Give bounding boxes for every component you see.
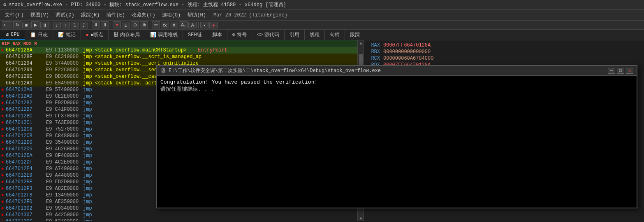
- row-disasm: jmp: [83, 212, 357, 218]
- tb-restart[interactable]: ↻: [13, 21, 21, 28]
- tab-trace-label: 跟踪: [350, 31, 360, 38]
- tb-run-to-cursor[interactable]: ⤴: [80, 22, 88, 28]
- row-bytes: E9 A7490000: [46, 166, 83, 172]
- row-bytes: E9 F1130000: [46, 47, 83, 53]
- tab-cpu[interactable]: 🖥 CPU: [0, 30, 25, 40]
- table-row[interactable]: ● 66470128A E9 F1130000 jmp <stack_overf…: [0, 47, 357, 54]
- reg-rcx-value: 000000060A6784000: [383, 56, 433, 61]
- toolbar-sep-5: [198, 22, 199, 28]
- reg-rbx-label: RBX: [366, 49, 380, 55]
- row-address: 6647012AD: [5, 93, 46, 99]
- row-bytes: E9 A82E0000: [46, 186, 83, 192]
- row-address: 6647012DA: [5, 153, 46, 159]
- row-disasm: jmp <stack_overflow.__scrt_is_managed_ap: [83, 54, 357, 60]
- tb-step-back[interactable]: ⬇: [92, 21, 100, 28]
- menu-file[interactable]: 文件(F): [2, 11, 27, 19]
- titlebar: ⚙ stack_overflow.exe - PID: 34900 - 模块: …: [0, 0, 644, 10]
- tb-edit[interactable]: ✏: [152, 21, 160, 28]
- tab-notes[interactable]: 📝 笔记: [53, 30, 81, 40]
- menu-view[interactable]: 视图(V): [27, 11, 53, 19]
- tab-handle[interactable]: 句柄: [325, 30, 345, 40]
- row-bytes: E9 C8480000: [46, 133, 83, 139]
- row-bytes: E9 7A3E0000: [46, 120, 83, 126]
- tb-hw-bp[interactable]: ⊗: [140, 21, 148, 28]
- tb-sq[interactable]: ▪: [200, 22, 208, 28]
- tb-back[interactable]: ⟵: [2, 21, 12, 28]
- rip-header: RIP RAX RDX R: [2, 41, 37, 46]
- tab-ref[interactable]: 引用: [285, 30, 305, 40]
- tab-script[interactable]: 脚本: [207, 30, 227, 40]
- console-prompt-text: 请按任意键继续. . .: [160, 86, 214, 92]
- reg-rcx-row: RCX 000000060A6784000: [366, 55, 477, 62]
- toolbar-sep-4: [150, 22, 150, 28]
- tab-script-label: 脚本: [212, 31, 222, 38]
- row-bytes: E9 374A0000: [46, 61, 83, 66]
- minimize-button[interactable]: —: [608, 68, 615, 74]
- row-bytes: E9 C41F0000: [46, 107, 83, 112]
- tb-step-over[interactable]: ↑: [62, 22, 70, 28]
- titlebar-icon: ⚙: [3, 2, 6, 8]
- row-address: 66470128A: [5, 47, 46, 53]
- tb-pause[interactable]: ⏸: [40, 22, 49, 28]
- console-body: Congratulation! You have passed the veri…: [157, 76, 637, 208]
- breakpoint-indicator: ●: [0, 173, 5, 178]
- tab-callstack-label: 调用堆栈: [158, 31, 178, 38]
- tb-step-out[interactable]: ⤵: [71, 22, 79, 28]
- tab-thread[interactable]: 线程: [305, 30, 325, 40]
- console-success-line: Congratulation! You have passed the veri…: [160, 79, 633, 85]
- tb-hash[interactable]: #: [170, 22, 178, 28]
- menu-debug[interactable]: 调试(D): [52, 11, 78, 19]
- row-address: 6647012​8F: [5, 54, 46, 60]
- table-row[interactable]: ● 664701307 E9 A4250000 jmp: [0, 212, 357, 218]
- tab-log[interactable]: 📋 日志: [25, 30, 53, 40]
- row-bytes: E9 A4250000: [46, 212, 83, 218]
- tb-bp[interactable]: ✦: [113, 21, 121, 28]
- tb-bp-toggle[interactable]: ±: [122, 22, 130, 28]
- tab-mem[interactable]: 🗄 内存布局: [109, 30, 145, 40]
- tab-seh[interactable]: SEH链: [183, 30, 207, 40]
- tb-stop[interactable]: ■: [22, 22, 30, 28]
- menu-favorites[interactable]: 收藏夹(T): [128, 11, 159, 19]
- tb-mem-bp[interactable]: ⊕: [131, 21, 139, 28]
- breakpoint-indicator: ●: [0, 199, 5, 205]
- reg-rax-label: RAX: [366, 42, 380, 48]
- row-bytes: E9 35490000: [46, 140, 83, 145]
- tab-bp[interactable]: ● ●断点: [81, 30, 109, 40]
- breakpoint-indicator: ●: [0, 47, 5, 53]
- tab-callstack[interactable]: 📊 调用堆栈: [145, 30, 183, 40]
- menu-options[interactable]: 选项(O): [159, 11, 184, 19]
- row-address: 6647012B2: [5, 100, 46, 106]
- breakpoint-indicator: ●: [0, 93, 5, 99]
- tab-handle-label: 句柄: [330, 31, 340, 38]
- tabbar: 🖥 CPU 📋 日志 📝 笔记 ● ●断点 🗄 内存布局 📊 调用堆栈 SEH链…: [0, 30, 644, 40]
- tab-symbol-icon: ⊕: [232, 32, 235, 38]
- menu-trace[interactable]: 跟踪(R): [78, 11, 103, 19]
- tb-asm[interactable]: fx: [161, 22, 169, 28]
- menu-plugin[interactable]: 插件(E): [103, 11, 128, 19]
- tab-trace[interactable]: 跟踪: [345, 30, 365, 40]
- row-bytes: E9 E22C0000: [46, 67, 83, 73]
- maximize-button[interactable]: □: [617, 68, 624, 74]
- tab-source[interactable]: <> 源代码: [252, 30, 285, 40]
- menu-help[interactable]: 帮助(H): [184, 11, 209, 19]
- tb-step-fwd[interactable]: ⬆: [101, 21, 109, 28]
- tab-symbol-label: 符号: [237, 31, 247, 38]
- tb-a[interactable]: A: [188, 22, 197, 28]
- tb-run[interactable]: ▶: [31, 21, 39, 28]
- tab-symbol[interactable]: ⊕ 符号: [227, 30, 252, 40]
- row-bytes: E9 13490000: [46, 192, 83, 198]
- close-button[interactable]: ✕: [626, 68, 633, 74]
- row-bytes: E9 99340000: [46, 206, 83, 211]
- toolbar-sep-2: [90, 22, 90, 28]
- tb-circle[interactable]: ●: [209, 22, 218, 28]
- table-row[interactable]: ● 66470130C E9 63480000 jmp: [0, 218, 357, 221]
- row-address: 664701302: [5, 206, 46, 211]
- tb-step-into[interactable]: ↓: [53, 22, 61, 28]
- breakpoint-indicator: ●: [0, 107, 5, 112]
- tb-a2[interactable]: A₂: [179, 21, 188, 28]
- tab-log-icon: 📋: [30, 32, 36, 38]
- reg-rax-row: RAX 00007FF66470128A: [366, 42, 477, 49]
- reg-rbx-value: 0000000000000000: [383, 49, 431, 55]
- console-window: 🖥 E:\工作\软件安全课\第二次实验\二\stack_overflow\x64…: [156, 65, 637, 208]
- table-row[interactable]: 6647012​8F E9 CC310000 jmp <stack_overfl…: [0, 54, 357, 60]
